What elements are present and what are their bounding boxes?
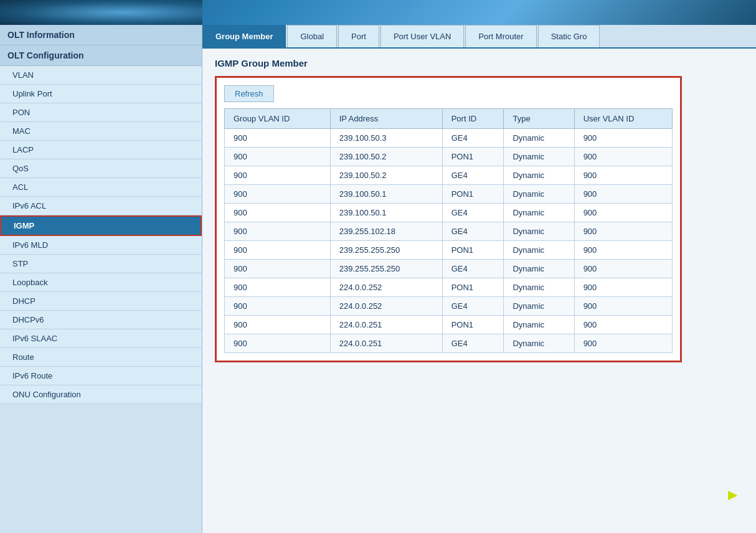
table-row: 900224.0.0.251GE4Dynamic900 (225, 334, 673, 353)
sidebar-item-ipv6-mld[interactable]: IPv6 MLD (0, 236, 202, 255)
cell-user_vlan_id-9: 900 (574, 297, 672, 316)
table-row: 900239.100.50.2GE4Dynamic900 (225, 166, 673, 185)
table-container: Refresh Group VLAN ID IP Address Port ID… (215, 76, 682, 362)
cell-user_vlan_id-11: 900 (574, 334, 672, 353)
cell-group_vlan_id-4: 900 (225, 204, 331, 222)
sidebar-item-qos[interactable]: QoS (0, 159, 202, 178)
cell-group_vlan_id-3: 900 (225, 185, 331, 204)
cell-user_vlan_id-2: 900 (574, 166, 672, 185)
page-title: IGMP Group Member (215, 58, 744, 68)
cell-port_id-4: GE4 (442, 204, 504, 222)
sidebar-item-loopback[interactable]: Loopback (0, 273, 202, 292)
sidebar-item-ipv6-acl[interactable]: IPv6 ACL (0, 197, 202, 215)
cell-ip_address-10: 224.0.0.251 (330, 316, 442, 334)
cell-type-3: Dynamic (504, 185, 574, 204)
table-row: 900239.100.50.3GE4Dynamic900 (225, 129, 673, 148)
table-row: 900239.255.255.250PON1Dynamic900 (225, 241, 673, 260)
top-banner (0, 0, 756, 25)
cell-user_vlan_id-10: 900 (574, 316, 672, 334)
cell-user_vlan_id-6: 900 (574, 241, 672, 260)
table-row: 900224.0.0.251PON1Dynamic900 (225, 316, 673, 334)
cell-group_vlan_id-6: 900 (225, 241, 331, 260)
tab-bar: Group Member Global Port Port User VLAN … (202, 25, 756, 49)
cell-ip_address-3: 239.100.50.1 (330, 185, 442, 204)
table-row: 900239.255.102.18GE4Dynamic900 (225, 222, 673, 241)
tab-global[interactable]: Global (287, 25, 337, 47)
cell-type-1: Dynamic (504, 148, 574, 166)
sidebar: OLT Information OLT Configuration VLAN U… (0, 25, 202, 533)
table-row: 900239.255.255.250GE4Dynamic900 (225, 260, 673, 278)
sidebar-item-acl[interactable]: ACL (0, 178, 202, 197)
globe-graphic (0, 0, 202, 25)
col-header-ip-address: IP Address (330, 109, 442, 129)
cell-port_id-0: GE4 (442, 129, 504, 148)
sidebar-item-pon[interactable]: PON (0, 103, 202, 122)
cell-group_vlan_id-7: 900 (225, 260, 331, 278)
cell-port_id-6: PON1 (442, 241, 504, 260)
cell-port_id-1: PON1 (442, 148, 504, 166)
cell-port_id-8: PON1 (442, 278, 504, 297)
cell-ip_address-5: 239.255.102.18 (330, 222, 442, 241)
sidebar-item-dhcp[interactable]: DHCP (0, 292, 202, 311)
tab-group-member[interactable]: Group Member (202, 25, 286, 47)
col-header-type: Type (504, 109, 574, 129)
tab-static-gro[interactable]: Static Gro (538, 25, 600, 47)
cell-group_vlan_id-9: 900 (225, 297, 331, 316)
group-member-table: Group VLAN ID IP Address Port ID Type Us… (224, 108, 673, 353)
sidebar-header-olt-info[interactable]: OLT Information (0, 25, 202, 45)
tab-port[interactable]: Port (338, 25, 379, 47)
cell-type-0: Dynamic (504, 129, 574, 148)
sidebar-item-route[interactable]: Route (0, 348, 202, 367)
cell-type-10: Dynamic (504, 316, 574, 334)
refresh-button[interactable]: Refresh (224, 85, 274, 102)
main-layout: OLT Information OLT Configuration VLAN U… (0, 25, 756, 533)
sidebar-item-mac[interactable]: MAC (0, 122, 202, 141)
tab-port-mrouter[interactable]: Port Mrouter (465, 25, 536, 47)
page-content: IGMP Group Member Refresh Group VLAN ID … (202, 49, 756, 533)
cell-user_vlan_id-7: 900 (574, 260, 672, 278)
sidebar-item-lacp[interactable]: LACP (0, 141, 202, 159)
cell-user_vlan_id-3: 900 (574, 185, 672, 204)
cell-group_vlan_id-1: 900 (225, 148, 331, 166)
cell-port_id-10: PON1 (442, 316, 504, 334)
banner-image (0, 0, 202, 25)
sidebar-item-uplink-port[interactable]: Uplink Port (0, 85, 202, 103)
sidebar-item-igmp[interactable]: IGMP (0, 215, 202, 236)
table-row: 900239.100.50.1GE4Dynamic900 (225, 204, 673, 222)
sidebar-item-ipv6-slaac[interactable]: IPv6 SLAAC (0, 329, 202, 348)
cell-type-2: Dynamic (504, 166, 574, 185)
cell-port_id-7: GE4 (442, 260, 504, 278)
sidebar-item-onu-config[interactable]: ONU Configuration (0, 385, 202, 404)
cell-user_vlan_id-4: 900 (574, 204, 672, 222)
cell-type-9: Dynamic (504, 297, 574, 316)
cell-group_vlan_id-2: 900 (225, 166, 331, 185)
sidebar-header-olt-config[interactable]: OLT Configuration (0, 45, 202, 66)
cell-group_vlan_id-11: 900 (225, 334, 331, 353)
cell-ip_address-11: 224.0.0.251 (330, 334, 442, 353)
table-row: 900239.100.50.1PON1Dynamic900 (225, 185, 673, 204)
cell-ip_address-4: 239.100.50.1 (330, 204, 442, 222)
cell-type-7: Dynamic (504, 260, 574, 278)
cursor-indicator: ▶ (728, 487, 737, 502)
cell-type-8: Dynamic (504, 278, 574, 297)
sidebar-item-stp[interactable]: STP (0, 255, 202, 273)
sidebar-item-dhcpv6[interactable]: DHCPv6 (0, 311, 202, 329)
cell-user_vlan_id-5: 900 (574, 222, 672, 241)
cell-port_id-5: GE4 (442, 222, 504, 241)
cell-group_vlan_id-10: 900 (225, 316, 331, 334)
col-header-user-vlan-id: User VLAN ID (574, 109, 672, 129)
cell-type-11: Dynamic (504, 334, 574, 353)
tab-port-user-vlan[interactable]: Port User VLAN (380, 25, 464, 47)
cell-user_vlan_id-8: 900 (574, 278, 672, 297)
cell-ip_address-0: 239.100.50.3 (330, 129, 442, 148)
cell-type-6: Dynamic (504, 241, 574, 260)
cell-ip_address-6: 239.255.255.250 (330, 241, 442, 260)
cell-port_id-9: GE4 (442, 297, 504, 316)
table-row: 900224.0.0.252GE4Dynamic900 (225, 297, 673, 316)
cell-port_id-11: GE4 (442, 334, 504, 353)
cell-ip_address-1: 239.100.50.2 (330, 148, 442, 166)
sidebar-item-vlan[interactable]: VLAN (0, 66, 202, 85)
cell-ip_address-9: 224.0.0.252 (330, 297, 442, 316)
sidebar-item-ipv6-route[interactable]: IPv6 Route (0, 367, 202, 385)
table-row: 900239.100.50.2PON1Dynamic900 (225, 148, 673, 166)
